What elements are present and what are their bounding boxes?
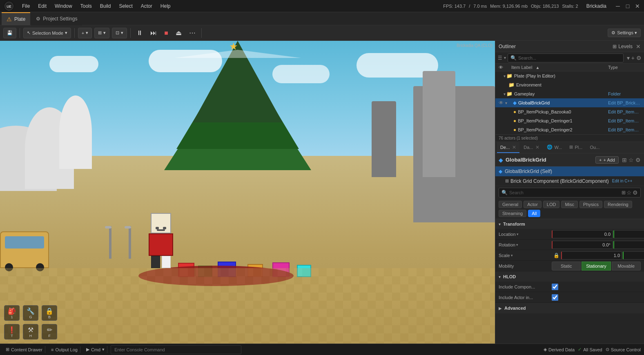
selection-mode-button[interactable]: ↖ Selection Mode ▾ [23,28,71,38]
rotation-label[interactable]: Rotation ▾ [499,242,552,247]
scale-x-input[interactable] [561,251,622,260]
outliner-search[interactable]: 🔍 [508,53,624,62]
pause-button[interactable]: ⏸ [134,28,145,38]
menu-edit[interactable]: Edit [35,2,50,10]
hud-lock[interactable]: 🔒 B [42,305,57,321]
add-button[interactable]: + ▾ [78,28,92,38]
snap-button[interactable]: ⊡ ▾ [112,28,127,38]
filter-icon[interactable]: ☰ [498,55,502,61]
filter-chevron[interactable]: ▾ [504,55,506,60]
menu-window[interactable]: Window [51,2,76,10]
prop-search-input[interactable] [509,190,620,195]
outliner-close-button[interactable]: ✕ [636,43,641,50]
details-component-brickgrid[interactable]: ⊞ Brick Grid Component (BrickGridCompone… [495,176,644,186]
menu-build[interactable]: Build [97,2,114,10]
transform-section-header[interactable]: ▾ Transform [495,219,644,229]
details-gear-icon[interactable]: ⚙ [635,157,641,163]
filter-general[interactable]: General [499,201,522,208]
hud-backpack[interactable]: 🎒 1 [4,305,20,321]
scale-lock-icon[interactable]: 🔒 [553,253,559,258]
edit-cpp-button[interactable]: Edit in C++ [612,179,632,183]
mobility-stationary-button[interactable]: Stationary [582,262,611,271]
layout-button[interactable]: ⊞ ▾ [94,28,109,38]
prop-filter-tabs-icon[interactable]: ⊞ [622,190,626,195]
ptab-da[interactable]: Da... ✕ [520,142,543,153]
filter-actor[interactable]: Actor [524,201,541,208]
output-log-button[interactable]: ≡ Output Log [49,346,80,353]
close-button[interactable]: ✕ [634,3,641,9]
derived-data-button[interactable]: ◈ Derived Data [544,347,575,352]
filter-rendering[interactable]: Rendering [604,201,632,208]
scale-y-input[interactable] [623,251,644,260]
ptab-pl[interactable]: ⊞ Pl... [566,142,586,153]
hlod-section-header[interactable]: ▾ HLOD [495,272,644,282]
outliner-add-icon[interactable]: + [631,55,635,61]
all-saved-indicator[interactable]: ✓ All Saved [578,347,602,352]
minimize-button[interactable]: ─ [615,3,621,9]
save-button[interactable]: 💾 [3,28,16,38]
mobility-static-button[interactable]: Static [552,262,581,271]
item-eye-icon[interactable]: 👁 [499,100,504,106]
details-grid-icon[interactable]: ⊞ [622,157,627,163]
mobility-movable-button[interactable]: Movable [612,262,641,271]
settings-down-icon[interactable]: ▾ [627,55,630,61]
outliner-item-plate[interactable]: ▾ 📁 Plate (Play In Editor) [495,71,644,80]
settings-button[interactable]: ⚙ Settings ▾ [608,29,641,37]
more-button[interactable]: ⋯ [187,28,198,38]
outliner-item-globalbrickgrid[interactable]: 👁 ▾ ◆ GlobalBrickGrid Edit BP_BrickGri [495,98,644,107]
ptab-details[interactable]: De... ✕ [497,142,519,153]
hud-tool2[interactable]: ⚒ H [23,324,38,339]
hud-alert[interactable]: ❗ T [4,324,20,339]
menu-actor[interactable]: Actor [138,2,156,10]
details-star-icon[interactable]: ☆ [628,157,634,163]
stop-button[interactable]: ■ [162,28,171,38]
step-button[interactable]: ⏭ [148,28,159,38]
content-drawer-button[interactable]: ⊞ Content Drawer [3,346,45,353]
prop-settings-filter[interactable]: ⚙ [633,189,638,196]
rotation-x-input[interactable] [552,241,613,249]
location-x-input[interactable] [552,230,613,238]
hud-tools[interactable]: 🔧 G [23,305,38,321]
scale-label[interactable]: Scale ▾ [499,253,552,258]
rotation-y-input[interactable] [613,241,644,249]
location-y-input[interactable] [613,230,644,238]
outliner-item-environment[interactable]: 📁 Environment [495,80,644,89]
column-type[interactable]: Type [608,65,641,70]
cmd-button[interactable]: ▶ Cmd ▾ [84,346,107,353]
prop-star-filter[interactable]: ☆ [626,189,632,196]
outliner-item-derringer2[interactable]: ● BP_ItemPickup_Derringer2 Edit BP_ItemP… [495,125,644,134]
tab-project-settings[interactable]: ⚙ Project Settings [31,12,82,25]
advanced-section-header[interactable]: ▶ Advanced [495,303,644,313]
menu-help[interactable]: Help [157,2,174,10]
location-label[interactable]: Location ▾ [499,232,552,237]
filter-all[interactable]: All [528,210,540,217]
ptab-ou[interactable]: Ou... [586,142,603,153]
outliner-gear-icon[interactable]: ⚙ [636,55,642,61]
details-tab-close[interactable]: ✕ [512,144,516,150]
hud-pen[interactable]: ✏ F [42,324,57,339]
details-component-self[interactable]: ◆ GlobalBrickGrid (Self) [495,166,644,176]
column-label[interactable]: 👁 Item Label ▲ [499,65,608,70]
source-control-button[interactable]: ⊙ Source Control [606,347,641,352]
da-tab-close[interactable]: ✕ [535,144,539,150]
filter-misc[interactable]: Misc [561,201,578,208]
filter-lod[interactable]: LOD [543,201,560,208]
outliner-item-bazooka[interactable]: ● BP_ItemPickup_Bazooka0 Edit BP_ItemPic… [495,107,644,116]
maximize-button[interactable]: □ [624,3,631,9]
outliner-item-derringer1[interactable]: ● BP_ItemPickup_Derringer1 Edit BP_ItemP… [495,116,644,125]
include-comp-checkbox[interactable] [552,284,558,290]
menu-select[interactable]: Select [116,2,136,10]
filter-streaming[interactable]: Streaming [499,210,526,217]
ptab-w[interactable]: 🌐 W... [544,142,565,153]
viewport[interactable]: ★ [0,41,495,344]
eject-button[interactable]: ⏏ [173,28,184,38]
filter-physics[interactable]: Physics [579,201,602,208]
include-actor-checkbox[interactable] [552,294,558,301]
levels-tab-label[interactable]: ⊞ Levels [613,44,633,49]
outliner-item-gameplay[interactable]: ▾ 📁 Gameplay Folder [495,89,644,98]
prop-search-box[interactable]: 🔍 ⊞ ☆ ⚙ [499,188,641,197]
tab-plate[interactable]: ⚠ Plate [2,12,30,25]
details-add-button[interactable]: + + Add [595,156,619,164]
outliner-search-input[interactable] [518,55,621,60]
console-command-input[interactable] [111,345,241,354]
